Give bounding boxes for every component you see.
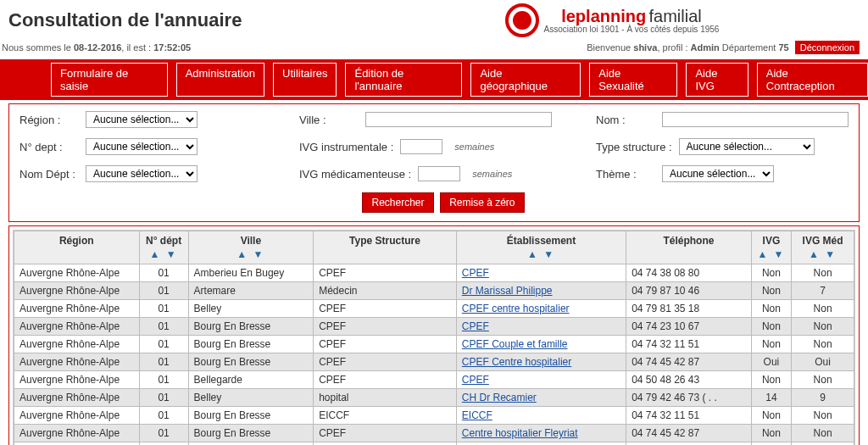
cell-tel: 04 74 38 08 80	[626, 264, 752, 282]
cell-ville: Bourg En Bresse	[188, 353, 314, 371]
label-nomdept: Nom Dépt :	[19, 168, 79, 181]
unit-semaines2: semaines	[472, 169, 512, 179]
cell-ivg: Non	[751, 425, 791, 442]
cell-ivgm: Non	[792, 300, 854, 318]
cell-region: Auvergne Rhône-Alpe	[14, 353, 140, 371]
cell-region: Auvergne Rhône-Alpe	[14, 407, 140, 425]
etab-link[interactable]: Dr Marissal Philippe	[462, 285, 553, 297]
etab-link[interactable]: Centre hospitalier Fleyriat	[462, 427, 578, 439]
input-ivg-med[interactable]	[418, 166, 460, 181]
nav-edition-annuaire[interactable]: Édition de l'annuaire	[345, 63, 462, 97]
etab-link[interactable]: CPEF	[462, 320, 489, 332]
input-nom[interactable]	[662, 112, 849, 127]
label-type-structure: Type structure :	[596, 141, 672, 153]
cell-region: Auvergne Rhône-Alpe	[14, 371, 140, 389]
select-theme[interactable]: Aucune sélection...	[662, 165, 774, 182]
cell-ville: Bellegarde	[188, 371, 314, 389]
cell-type: CPEF	[314, 353, 457, 371]
cell-dept: 01	[139, 353, 188, 371]
results-table: Région N° dépt▲ ▼ Ville▲ ▼ Type Structur…	[14, 231, 854, 445]
col-ville[interactable]: Ville▲ ▼	[188, 231, 314, 264]
col-tel[interactable]: Téléphone	[626, 231, 752, 264]
label-theme: Thème :	[596, 168, 655, 181]
cell-dept: 01	[139, 425, 188, 442]
select-region[interactable]: Aucune sélection...	[86, 111, 198, 128]
col-etab[interactable]: Établissement▲ ▼	[456, 231, 626, 264]
cell-ivgm: Non	[792, 425, 854, 442]
cell-tel: 04 74 23 10 67	[626, 318, 752, 336]
cell-dept: 01	[139, 336, 188, 353]
col-type[interactable]: Type Structure	[314, 231, 457, 264]
cell-dept: 01	[139, 318, 188, 336]
cell-etab: CPEF Couple et famille	[456, 336, 626, 353]
cell-ville: Belley	[188, 389, 314, 407]
cell-dept: 01	[139, 264, 188, 282]
select-ndept[interactable]: Aucune sélection...	[86, 138, 198, 155]
etab-link[interactable]: CPEF Centre hospitalier	[462, 356, 571, 368]
logout-button[interactable]: Déconnexion	[795, 41, 860, 54]
cell-ivgm: Non	[792, 336, 854, 353]
cell-region: Auvergne Rhône-Alpe	[14, 336, 140, 353]
cell-dept: 01	[139, 442, 188, 446]
cell-ville: Belley	[188, 300, 314, 318]
cell-etab: CPEF	[456, 318, 626, 336]
cell-ivgm: Non	[792, 442, 854, 446]
cell-etab: CPEF Centre hospitalier	[456, 353, 626, 371]
cell-etab: CH Dr Recamier	[456, 389, 626, 407]
nav-formulaire[interactable]: Formulaire de saisie	[51, 63, 168, 97]
etab-link[interactable]: CPEF centre hospitalier	[462, 303, 570, 314]
cell-etab: CPEF	[456, 264, 626, 282]
cell-type: CPEF	[314, 371, 457, 389]
nav-utilitaires[interactable]: Utilitaires	[273, 63, 337, 97]
cell-ivg: Non	[751, 336, 791, 353]
sort-icon[interactable]: ▲ ▼	[143, 248, 185, 260]
cell-type: EICCF	[314, 407, 457, 425]
etab-link[interactable]: CH Dr Recamier	[462, 392, 537, 403]
user-line: Bienvenue shiva, profil : Admin Départem…	[587, 41, 860, 54]
cell-type: CPEF	[314, 318, 457, 336]
sort-icon[interactable]: ▲ ▼	[460, 248, 622, 260]
nav-aide-ivg[interactable]: Aide IVG	[686, 63, 748, 97]
cell-etab: EICCF	[456, 442, 626, 446]
input-ville[interactable]	[365, 112, 552, 127]
col-ivgm[interactable]: IVG Méd▲ ▼	[792, 231, 854, 264]
cell-tel: 04 50 48 26 43	[626, 371, 752, 389]
etab-link[interactable]: CPEF Couple et famille	[462, 338, 568, 350]
etab-link[interactable]: CPEF	[462, 267, 489, 279]
cell-ville: Bourg En Bresse	[188, 407, 314, 425]
table-row: Auvergne Rhône-Alpe01BelleyCPEFCPEF cent…	[14, 300, 854, 318]
search-button[interactable]: Rechercher	[362, 192, 433, 213]
cell-ivg: 14	[751, 389, 791, 407]
reset-button[interactable]: Remise à zéro	[440, 192, 524, 213]
select-nomdept[interactable]: Aucune sélection...	[86, 165, 198, 182]
table-row: Auvergne Rhône-Alpe01BelleyhopitalCH Dr …	[14, 389, 854, 407]
etab-link[interactable]: CPEF	[462, 374, 489, 386]
cell-ivg: Non	[751, 442, 791, 446]
select-type-structure[interactable]: Aucune sélection...	[679, 138, 815, 155]
sort-icon[interactable]: ▲ ▼	[795, 248, 850, 260]
cell-etab: EICCF	[456, 407, 626, 425]
cell-type: CPEF	[314, 264, 457, 282]
table-row: Auvergne Rhône-Alpe01Bourg En BresseCPEF…	[14, 318, 854, 336]
cell-type: hopital	[314, 389, 457, 407]
nav-aide-contraception[interactable]: Aide Contraception	[757, 63, 868, 97]
page-title: Consultation de l'annuaire	[8, 9, 364, 31]
input-ivg-instr[interactable]	[400, 139, 442, 154]
etab-link[interactable]: EICCF	[462, 409, 492, 421]
nav-aide-geo[interactable]: Aide géographique	[470, 63, 581, 97]
cell-etab: Centre hospitalier Fleyriat	[456, 425, 626, 442]
cell-dept: 01	[139, 371, 188, 389]
col-ndept[interactable]: N° dépt▲ ▼	[139, 231, 188, 264]
cell-ivg: Non	[751, 407, 791, 425]
nav-aide-sexualite[interactable]: Aide Sexualité	[589, 63, 677, 97]
cell-ville: Bourg En Bresse	[188, 318, 314, 336]
sort-icon[interactable]: ▲ ▼	[755, 248, 787, 260]
sort-icon[interactable]: ▲ ▼	[192, 248, 310, 260]
cell-region: Auvergne Rhône-Alpe	[14, 389, 140, 407]
date-line: Nous sommes le 08-12-2016, il est : 17:5…	[2, 42, 191, 53]
cell-ivg: Non	[751, 282, 791, 300]
cell-ivg: Oui	[751, 353, 791, 371]
col-region[interactable]: Région	[14, 231, 140, 264]
nav-administration[interactable]: Administration	[176, 63, 264, 97]
col-ivg[interactable]: IVG▲ ▼	[751, 231, 791, 264]
